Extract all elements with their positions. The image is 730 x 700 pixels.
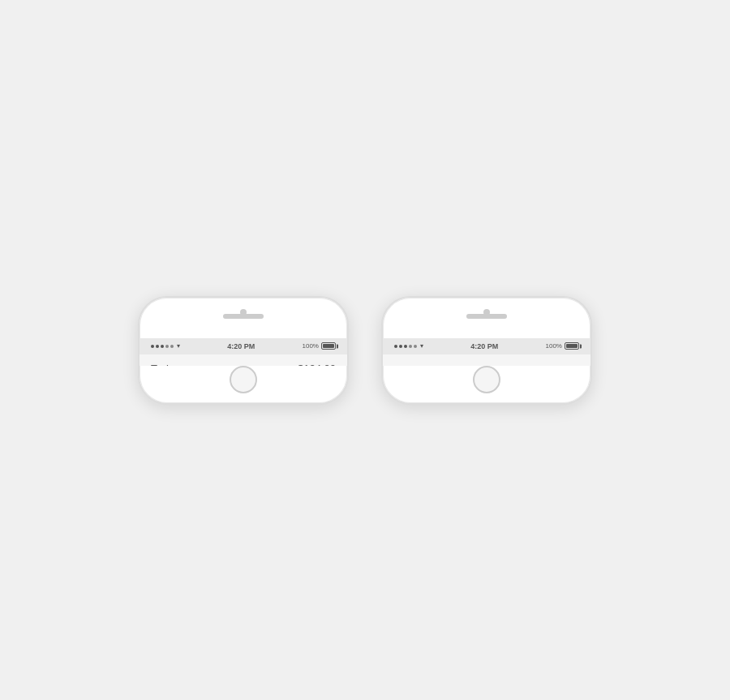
status-time-2: 4:20 PM [470,342,498,350]
dot3 [161,345,164,348]
battery-icon-1 [321,342,336,350]
dot2b [399,345,402,348]
status-right-2: 100% [546,342,579,350]
signal-dots-2 [394,345,417,348]
status-right-1: 100% [303,342,336,350]
signal-dots [151,345,174,348]
battery-percent-1: 100% [303,342,319,350]
checkout-title: CHECKOUT [383,354,590,366]
phone-product-list: ▾ 4:20 PM 100% Trainer $124.00 [138,296,349,405]
dot5b [414,345,417,348]
dot1 [151,345,154,348]
dot3b [404,345,407,348]
status-left: ▾ [151,342,180,350]
wifi-icon: ▾ [177,342,180,350]
screen-product-list: Trainer $124.00 [140,354,347,366]
product-price-trainer: $124.00 [298,363,336,366]
screen-checkout: CHECKOUT [383,354,590,366]
battery-fill-2 [566,344,578,348]
home-button-1[interactable] [230,366,257,393]
status-bar-1: ▾ 4:20 PM 100% [140,338,347,354]
product-item-trainer: Trainer $124.00 [140,354,347,366]
phone-checkout: ▾ 4:20 PM 100% CHECKOUT [381,296,592,405]
phone-speaker [223,314,264,319]
wifi-icon-2: ▾ [420,342,423,350]
dot4 [165,345,169,348]
battery-fill-1 [323,344,334,348]
battery-icon-2 [565,342,579,350]
status-time-1: 4:20 PM [227,342,255,350]
phones-container: ▾ 4:20 PM 100% Trainer $124.00 [122,264,608,437]
status-left-2: ▾ [394,342,423,350]
dot1b [394,345,397,348]
dot2 [156,345,159,348]
phone-speaker-2 [466,314,507,319]
home-button-2[interactable] [473,366,500,393]
product-name-trainer: Trainer [151,363,184,366]
dot4b [409,345,412,348]
dot5 [170,345,174,348]
battery-percent-2: 100% [546,342,562,350]
status-bar-2: ▾ 4:20 PM 100% [383,338,590,354]
